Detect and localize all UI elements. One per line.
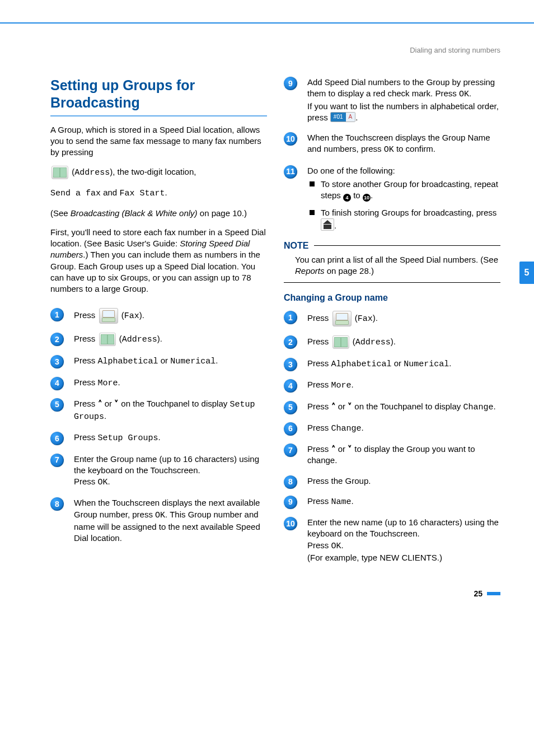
step-number-badge: 9 [284,496,297,509]
mono-text: Name [331,497,352,507]
intro-para-1: A Group, which is stored in a Speed Dial… [50,124,267,158]
text: To finish storing Groups for broadcastin… [321,208,496,217]
text: or [336,444,348,454]
text: ). [139,310,144,320]
step-4: 4 Press More. [50,377,267,389]
text: ), the two-digit location, [110,167,196,176]
chevron-up-icon: ˄ [331,402,336,411]
rule [314,245,500,246]
text: Press [307,380,331,389]
text: Press [307,402,331,411]
step-number-badge: 5 [50,398,64,412]
text: Press [74,334,98,343]
mono-text: More [331,381,352,390]
change-step-5: 5 Press ˄ or ˅ on the Touchpanel to disp… [284,401,500,413]
address-book-icon [99,333,116,346]
step-number-badge: 8 [284,475,297,489]
section-title: Setting up Groups for Broadcasting [50,77,267,112]
bullet-item: To finish storing Groups for broadcastin… [307,207,500,232]
mono-text: Numerical [170,357,216,366]
text: ). [391,337,396,346]
note-body: You can print a list of all the Speed Di… [284,254,500,283]
mono-text: More [98,379,118,388]
subsection-title: Changing a Group name [284,293,500,303]
text: Press [74,356,98,365]
text: and [101,188,119,197]
change-step-10: 10 Enter the new name (up to 16 characte… [284,517,500,563]
step-number-badge: 4 [284,379,297,393]
mono-text: Numerical [404,360,449,369]
text: Press [307,423,331,432]
text: Press [307,496,331,506]
step-5: 5 Press ˄ or ˅ on the Touchpanel to disp… [50,398,267,423]
step-number-badge: 4 [50,377,64,390]
mono-text: Alphabetical [331,360,392,369]
step-2: 2 Press (Address). [50,333,267,346]
xref: Broadcasting (Black & White only) [71,208,198,218]
mono-text: Fax Start [119,189,165,198]
bullet-item: To store another Group for broadcasting,… [307,179,500,202]
text: . [108,477,110,486]
text: Press [74,310,98,320]
text: Press [74,399,98,408]
step-number-badge: 5 [284,401,297,414]
text: . [118,377,120,387]
mono-text: Change [463,403,493,412]
mono-text: Fax [358,314,373,324]
text: or [102,399,115,408]
step-8: 8 When the Touchscreen displays the next… [50,497,267,544]
text: . [104,411,106,421]
step-number-badge: 11 [284,165,297,179]
home-icon [321,218,334,231]
icon-label: Address [74,168,110,178]
mono-text: Address [122,335,157,344]
intro-line-sendfax: Send a fax and Fax Start. [50,187,267,199]
chevron-down-icon: ˅ [348,444,352,454]
text: . [371,190,373,200]
left-column: Setting up Groups for Broadcasting A Gro… [50,77,267,572]
address-book-icon [51,166,68,179]
text: Press [74,377,98,387]
mono-text: Setup Groups [98,433,158,443]
intro-para-2: First, you'll need to store each fax num… [50,227,267,295]
change-step-1: 1 Press (Fax). [284,311,500,326]
step-number-badge: 7 [50,454,64,467]
chevron-up-icon: ˄ [331,444,336,454]
intro-line-icon: (Address), the two-digit location, [50,166,267,179]
step-number-badge: 2 [284,335,297,349]
step-number-badge: 3 [284,358,297,371]
step-number-badge: 6 [284,422,297,436]
step-number-badge: 10 [284,132,297,146]
change-step-7: 7 Press ˄ or ˅ to display the Group you … [284,444,500,466]
chapter-tab: 5 [519,262,534,284]
text: . [449,358,451,368]
text: You can print a list of all the Speed Di… [295,255,498,264]
mono-text: Address [355,338,391,347]
step-3: 3 Press Alphabetical or Numerical. [50,355,267,367]
step-11: 11 Do one of the following: To store ano… [284,165,500,232]
text: on page 10.) [198,208,247,218]
mono-text: OK [384,145,394,155]
text: to confirm. [394,144,435,153]
text: (See [50,208,71,218]
text: Press [307,337,331,346]
text: Press [307,540,331,550]
step-6: 6 Press Setup Groups. [50,432,267,444]
page-footer: 25 [50,589,500,598]
xref: Reports [295,266,325,276]
page-body: 5 Dialing and storing numbers Setting up… [0,24,534,615]
step-number-badge: 3 [50,355,64,368]
text: Press [307,358,331,368]
page-number: 25 [474,589,483,598]
change-step-8: 8 Press the Group. [284,475,500,487]
chevron-down-icon: ˅ [114,399,119,408]
mono-text: Change [331,424,362,433]
section-rule [50,115,267,116]
chevron-up-icon: ˄ [98,399,102,408]
step-number-badge: 9 [284,77,297,90]
text: or [158,356,171,365]
step-number-badge: 1 [284,311,297,324]
mono-text: OK [331,542,341,551]
note-box: NOTE You can print a list of all the Spe… [284,241,500,283]
text: to [351,190,363,200]
